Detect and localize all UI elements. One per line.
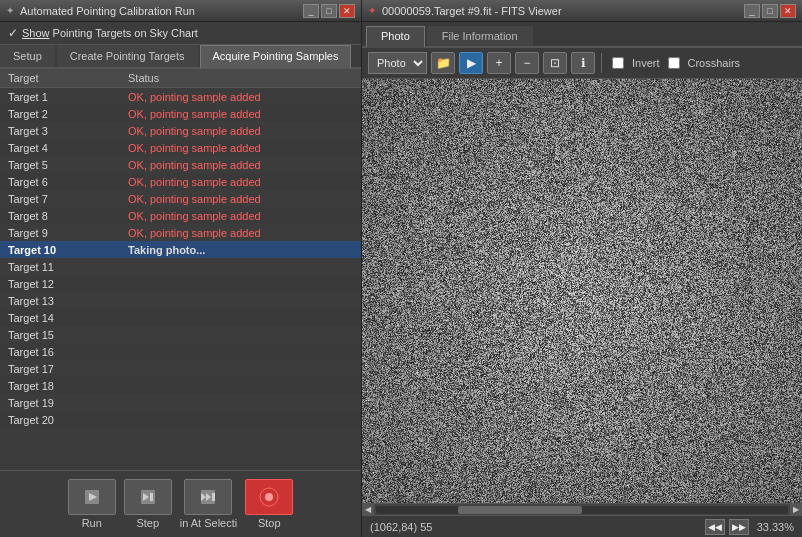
show-label: Show Pointing Targets on Sky Chart [22, 27, 198, 39]
close-button[interactable]: ✕ [339, 4, 355, 18]
target-row[interactable]: Target 9OK, pointing sample added [0, 224, 361, 241]
tab-setup[interactable]: Setup [0, 45, 55, 67]
maximize-button[interactable]: □ [321, 4, 337, 18]
right-window-controls: _ □ ✕ [744, 4, 796, 18]
crosshairs-checkbox[interactable] [668, 57, 680, 69]
fits-icon: ✦ [368, 5, 376, 16]
crosshairs-label[interactable]: Crosshairs [688, 57, 741, 69]
right-title-bar: ✦ 00000059.Target #9.fit - FITS Viewer _… [362, 0, 802, 22]
target-name: Target 16 [8, 346, 128, 358]
target-row[interactable]: Target 12 [0, 275, 361, 292]
target-name: Target 11 [8, 261, 128, 273]
tab-create-pointing[interactable]: Create Pointing Targets [57, 45, 198, 67]
scroll-left-button[interactable]: ◀ [362, 504, 374, 516]
step-button[interactable] [124, 479, 172, 515]
zoom-out-icon: − [523, 56, 530, 70]
crosshairs-group: Crosshairs [668, 57, 741, 69]
target-row[interactable]: Target 8OK, pointing sample added [0, 207, 361, 224]
fit-icon: ⊡ [550, 56, 560, 70]
right-minimize-button[interactable]: _ [744, 4, 760, 18]
target-row[interactable]: Target 13 [0, 292, 361, 309]
right-window-title: 00000059.Target #9.fit - FITS Viewer [382, 5, 562, 17]
target-name: Target 18 [8, 380, 128, 392]
zoom-out-button[interactable]: − [515, 52, 539, 74]
target-row[interactable]: Target 10Taking photo... [0, 241, 361, 258]
stop-button[interactable] [245, 479, 293, 515]
step-icon [138, 487, 158, 507]
zoom-in-icon: + [495, 56, 502, 70]
target-status: OK, pointing sample added [128, 159, 353, 171]
fit-button[interactable]: ⊡ [543, 52, 567, 74]
target-name: Target 3 [8, 125, 128, 137]
target-row[interactable]: Target 6OK, pointing sample added [0, 173, 361, 190]
separator [601, 53, 602, 73]
in-at-selecti-button[interactable] [184, 479, 232, 515]
target-row[interactable]: Target 3OK, pointing sample added [0, 122, 361, 139]
target-status: OK, pointing sample added [128, 91, 353, 103]
scroll-thumb-h[interactable] [458, 506, 582, 514]
info-button[interactable]: ℹ [571, 52, 595, 74]
target-status: OK, pointing sample added [128, 193, 353, 205]
target-row[interactable]: Target 2OK, pointing sample added [0, 105, 361, 122]
zoom-level: 33.33% [757, 521, 794, 533]
status-nav: ◀◀ ▶▶ [705, 519, 749, 535]
tab-acquire-samples[interactable]: Acquire Pointing Samples [200, 45, 352, 69]
target-row[interactable]: Target 4OK, pointing sample added [0, 139, 361, 156]
target-row[interactable]: Target 1OK, pointing sample added [0, 88, 361, 105]
right-close-button[interactable]: ✕ [780, 4, 796, 18]
target-name: Target 17 [8, 363, 128, 375]
horizontal-scrollbar[interactable]: ◀ ▶ [362, 503, 802, 515]
scroll-right-button[interactable]: ▶ [790, 504, 802, 516]
zoom-in-button[interactable]: + [487, 52, 511, 74]
target-row[interactable]: Target 18 [0, 377, 361, 394]
target-row[interactable]: Target 19 [0, 394, 361, 411]
in-at-selecti-icon [198, 487, 218, 507]
target-row[interactable]: Target 16 [0, 343, 361, 360]
target-row[interactable]: Target 7OK, pointing sample added [0, 190, 361, 207]
target-name: Target 6 [8, 176, 128, 188]
target-status: OK, pointing sample added [128, 125, 353, 137]
target-list[interactable]: Target 1OK, pointing sample addedTarget … [0, 88, 361, 470]
svg-point-6 [265, 493, 273, 501]
left-window-title: Automated Pointing Calibration Run [20, 5, 195, 17]
stop-icon [259, 487, 279, 507]
right-maximize-button[interactable]: □ [762, 4, 778, 18]
left-title-bar: ✦ Automated Pointing Calibration Run _ □… [0, 0, 361, 22]
target-name: Target 14 [8, 312, 128, 324]
minimize-button[interactable]: _ [303, 4, 319, 18]
target-name: Target 5 [8, 159, 128, 171]
next-frame-button[interactable]: ▶▶ [729, 519, 749, 535]
viewer-tabs: Photo File Information [362, 22, 802, 48]
open-folder-button[interactable]: 📁 [431, 52, 455, 74]
invert-checkbox[interactable] [612, 57, 624, 69]
run-button[interactable] [68, 479, 116, 515]
target-row[interactable]: Target 11 [0, 258, 361, 275]
target-status: OK, pointing sample added [128, 227, 353, 239]
target-name: Target 2 [8, 108, 128, 120]
scroll-track-h[interactable] [376, 506, 788, 514]
tab-photo[interactable]: Photo [366, 26, 425, 48]
target-name: Target 7 [8, 193, 128, 205]
left-panel: ✦ Automated Pointing Calibration Run _ □… [0, 0, 362, 537]
forward-icon: ▶ [467, 56, 476, 70]
mode-select[interactable]: Photo Zoom Pan [368, 52, 427, 74]
target-name: Target 8 [8, 210, 128, 222]
target-status: OK, pointing sample added [128, 108, 353, 120]
stop-label: Stop [258, 517, 281, 529]
forward-button[interactable]: ▶ [459, 52, 483, 74]
target-row[interactable]: Target 14 [0, 309, 361, 326]
target-row[interactable]: Target 15 [0, 326, 361, 343]
left-window-controls: _ □ ✕ [303, 4, 355, 18]
check-icon: ✓ [8, 26, 18, 40]
col-header-status: Status [128, 72, 353, 84]
invert-label[interactable]: Invert [632, 57, 660, 69]
tab-file-information[interactable]: File Information [427, 26, 533, 46]
status-bar: (1062,84) 55 ◀◀ ▶▶ 33.33% [362, 515, 802, 537]
fits-image-area[interactable] [362, 79, 802, 503]
target-row[interactable]: Target 17 [0, 360, 361, 377]
status-coords: (1062,84) 55 [370, 521, 705, 533]
fits-canvas [362, 79, 802, 503]
prev-frame-button[interactable]: ◀◀ [705, 519, 725, 535]
target-row[interactable]: Target 20 [0, 411, 361, 428]
target-row[interactable]: Target 5OK, pointing sample added [0, 156, 361, 173]
